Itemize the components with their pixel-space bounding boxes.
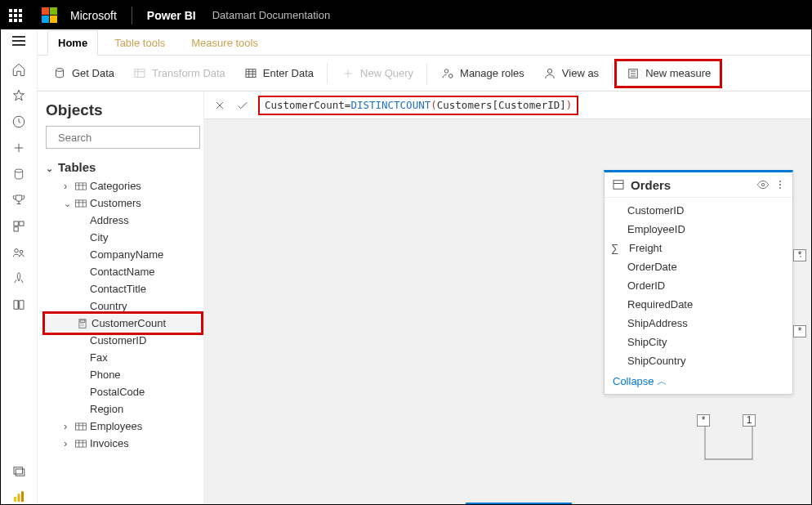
measure-customercount[interactable]: CustomerCount bbox=[46, 315, 200, 332]
search-box[interactable] bbox=[46, 126, 200, 149]
field-phone[interactable]: Phone bbox=[46, 366, 200, 383]
apps-icon[interactable] bbox=[11, 219, 26, 234]
trophy-icon[interactable] bbox=[11, 193, 26, 208]
hamburger-icon[interactable] bbox=[12, 36, 25, 46]
transform-icon bbox=[132, 66, 147, 81]
table-employees[interactable]: Employees bbox=[46, 418, 200, 435]
main-area: Home Table tools Measure tools Get Data … bbox=[38, 29, 811, 505]
new-query-label: New Query bbox=[360, 67, 413, 79]
transform-data-label: Transform Data bbox=[152, 67, 225, 79]
field-postalcode[interactable]: PostalCode bbox=[46, 383, 200, 400]
new-query-button: New Query bbox=[332, 62, 422, 85]
get-data-button[interactable]: Get Data bbox=[44, 62, 123, 85]
svg-rect-10 bbox=[17, 494, 20, 502]
product-label: Power BI bbox=[147, 9, 196, 22]
tables-group[interactable]: Tables bbox=[46, 160, 200, 174]
svg-rect-9 bbox=[14, 497, 16, 502]
learn-icon[interactable] bbox=[11, 297, 26, 312]
svg-point-28 bbox=[779, 181, 781, 182]
table-customers[interactable]: Customers bbox=[46, 194, 200, 212]
table-icon bbox=[75, 199, 87, 208]
svg-rect-24 bbox=[76, 422, 87, 429]
table-label: Employees bbox=[90, 420, 142, 432]
table-label: Customers bbox=[90, 197, 141, 209]
field-country[interactable]: Country bbox=[46, 297, 200, 315]
more-icon[interactable] bbox=[774, 178, 786, 191]
new-measure-label: New measure bbox=[645, 67, 711, 79]
relationship-lines bbox=[599, 255, 803, 467]
tab-home[interactable]: Home bbox=[47, 30, 98, 56]
svg-rect-21 bbox=[76, 199, 87, 206]
svg-rect-4 bbox=[14, 227, 18, 231]
svg-point-27 bbox=[761, 183, 764, 185]
separator bbox=[426, 63, 427, 84]
view-as-button[interactable]: View as bbox=[534, 62, 607, 85]
cancel-formula-button[interactable] bbox=[209, 95, 230, 116]
field-city[interactable]: City bbox=[46, 229, 200, 246]
svg-point-30 bbox=[779, 187, 781, 189]
measure-icon bbox=[626, 66, 640, 81]
ribbon-toolbar: Get Data Transform Data Enter Data New Q… bbox=[38, 56, 811, 92]
field-region[interactable]: Region bbox=[46, 400, 200, 418]
table-categories[interactable]: Categories bbox=[46, 177, 200, 194]
measure-label: CustomerCount bbox=[91, 317, 166, 329]
app-launcher-icon[interactable] bbox=[9, 9, 22, 22]
clock-icon[interactable] bbox=[11, 114, 26, 129]
field-customerid[interactable]: CustomerID bbox=[46, 332, 200, 349]
person-gear-icon bbox=[440, 66, 455, 81]
svg-rect-11 bbox=[21, 491, 24, 502]
formula-arg: Customers[CustomerID] bbox=[437, 99, 566, 111]
plus-icon[interactable] bbox=[11, 141, 26, 155]
person-icon bbox=[542, 66, 557, 81]
enter-data-button[interactable]: Enter Data bbox=[235, 62, 322, 85]
svg-rect-25 bbox=[76, 440, 87, 446]
field-companyname[interactable]: CompanyName bbox=[46, 246, 200, 263]
chevron-down-icon bbox=[64, 197, 72, 209]
svg-rect-14 bbox=[246, 69, 256, 77]
doc-title: Datamart Documentation bbox=[212, 9, 331, 21]
brand-label: Microsoft bbox=[70, 9, 117, 22]
tab-measure-tools[interactable]: Measure tools bbox=[181, 31, 268, 55]
field-contacttitle[interactable]: ContactTitle bbox=[46, 280, 200, 297]
search-input[interactable] bbox=[56, 131, 197, 145]
new-measure-button[interactable]: New measure bbox=[618, 62, 719, 85]
workspace-icon[interactable] bbox=[11, 464, 26, 479]
field-customerid[interactable]: CustomerID bbox=[605, 201, 792, 220]
powerbi-icon[interactable] bbox=[11, 489, 26, 505]
field-contactname[interactable]: ContactName bbox=[46, 263, 200, 280]
svg-point-1 bbox=[15, 169, 22, 172]
svg-rect-20 bbox=[76, 182, 87, 189]
manage-roles-label: Manage roles bbox=[460, 67, 524, 79]
formula-input[interactable]: CustomerCount = DISTINCTCOUNT(Customers[… bbox=[258, 96, 578, 115]
card-title: Orders bbox=[631, 178, 671, 192]
calculator-icon bbox=[77, 318, 88, 329]
svg-rect-2 bbox=[14, 221, 18, 226]
svg-rect-23 bbox=[80, 320, 85, 321]
svg-point-29 bbox=[779, 184, 781, 185]
global-header: Microsoft Power BI Datamart Documentatio… bbox=[1, 1, 811, 29]
card-actions bbox=[756, 178, 786, 191]
table-invoices[interactable]: Invoices bbox=[46, 435, 200, 452]
field-employeeid[interactable]: EmployeeID bbox=[605, 220, 792, 239]
svg-rect-26 bbox=[613, 181, 623, 190]
bottom-rail bbox=[0, 461, 37, 505]
field-fax[interactable]: Fax bbox=[46, 349, 200, 366]
people-icon[interactable] bbox=[11, 245, 26, 260]
table-icon bbox=[75, 422, 87, 431]
manage-roles-button[interactable]: Manage roles bbox=[432, 62, 533, 85]
svg-rect-13 bbox=[135, 69, 145, 77]
database-icon[interactable] bbox=[12, 167, 25, 181]
svg-point-15 bbox=[444, 69, 448, 73]
transform-data-button: Transform Data bbox=[124, 62, 234, 85]
star-icon[interactable] bbox=[11, 88, 26, 103]
formula-name: CustomerCount bbox=[265, 99, 345, 111]
microsoft-logo-icon bbox=[42, 7, 57, 23]
home-icon[interactable] bbox=[11, 62, 26, 77]
chevron-right-icon bbox=[64, 180, 72, 192]
eye-icon[interactable] bbox=[756, 178, 770, 191]
field-address[interactable]: Address bbox=[46, 212, 200, 229]
deploy-icon[interactable] bbox=[11, 271, 26, 286]
model-canvas[interactable]: CustomerCount = DISTINCTCOUNT(Customers[… bbox=[204, 92, 811, 505]
tab-table-tools[interactable]: Table tools bbox=[105, 31, 175, 55]
commit-formula-button[interactable] bbox=[232, 95, 253, 116]
